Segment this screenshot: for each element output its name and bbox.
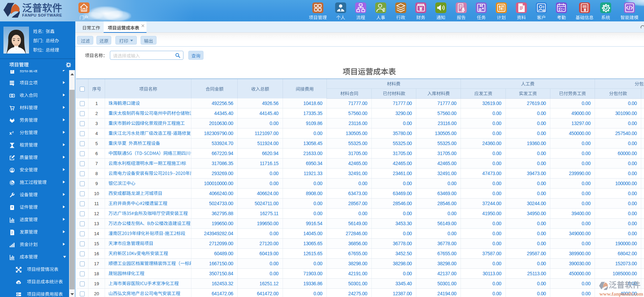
svg-text:2: 2 [12,131,14,134]
svg-text:x: x [9,131,12,136]
